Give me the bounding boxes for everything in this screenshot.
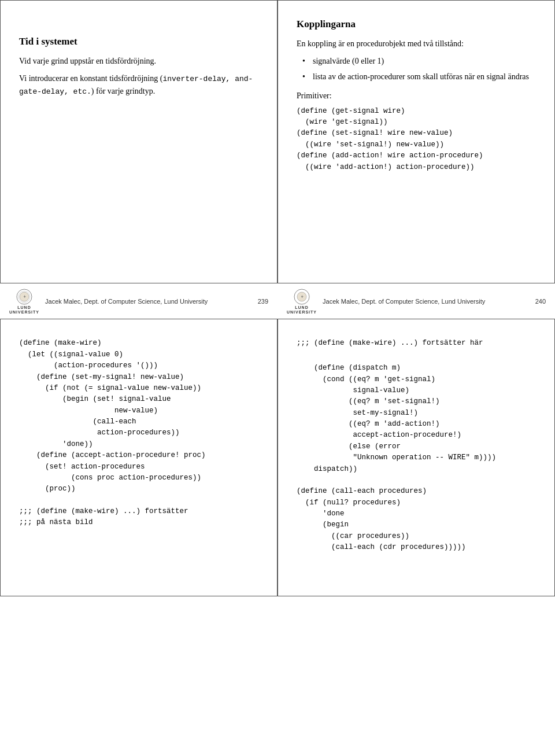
top-right-code: (define (get-signal wire) (wire 'get-sig… xyxy=(297,106,536,173)
lund-logo-right: ⚜ LUND UNIVERSITY xyxy=(287,288,317,314)
slide-bottom-left: (define (make-wire) (let ((signal-value … xyxy=(0,319,278,596)
page-number-left: 239 xyxy=(258,298,268,305)
bottom-right-code: (define (dispatch m) (cond ((eq? m 'get-… xyxy=(297,352,536,554)
slide-title-top-right: Kopplingarna xyxy=(297,17,536,32)
bullet-item-0: signalvärde (0 eller 1) xyxy=(302,55,536,67)
top-left-para-2: Vi introducerar en konstant tidsfördröjn… xyxy=(19,72,258,98)
bottom-row: (define (make-wire) (let ((signal-value … xyxy=(0,319,555,596)
slide-title-top-left: Tid i systemet xyxy=(19,34,258,49)
lund-text-right: LUND UNIVERSITY xyxy=(287,305,317,314)
lund-logo-left: ⚙ ⚜ LUND UNIVERSITY xyxy=(9,288,39,314)
top-left-para-1: Vid varje grind uppstår en tidsfördröjni… xyxy=(19,55,258,68)
top-row: Tid i systemet Vid varje grind uppstår e… xyxy=(0,0,555,283)
footer-left: ⚙ ⚜ LUND UNIVERSITY Jacek Malec, Dept. o… xyxy=(0,283,278,319)
slide-top-right: Kopplingarna En koppling är en proceduro… xyxy=(278,0,555,283)
bullet-item-1: lista av de action-procedurer som skall … xyxy=(302,71,536,83)
slide-bottom-right: ;;; (define (make-wire) ...) fortsätter … xyxy=(278,319,555,596)
top-right-intro: En koppling är en procedurobjekt med två… xyxy=(297,38,536,50)
primitives-label: Primitiver: xyxy=(297,90,536,102)
bottom-right-body: ;;; (define (make-wire) ...) fortsätter … xyxy=(297,338,536,553)
footer-info-left: Jacek Malec, Dept. of Computer Science, … xyxy=(45,298,208,305)
lund-text-left: LUND UNIVERSITY xyxy=(9,305,39,314)
footer-info-right: Jacek Malec, Dept. of Computer Science, … xyxy=(323,298,485,305)
svg-text:⚜: ⚜ xyxy=(23,295,26,298)
lund-logo-svg-left: ⚙ ⚜ xyxy=(16,288,33,305)
svg-text:⚜: ⚜ xyxy=(301,295,304,298)
bottom-right-comment: ;;; (define (make-wire) ...) fortsätter … xyxy=(297,338,536,349)
page-container: Tid i systemet Vid varje grind uppstår e… xyxy=(0,0,555,596)
bullet-list: signalvärde (0 eller 1) lista av de acti… xyxy=(302,55,536,83)
footer-right: ⚜ LUND UNIVERSITY Jacek Malec, Dept. of … xyxy=(278,283,555,319)
inline-code-1: inverter-delay, and-gate-delay, etc. xyxy=(19,75,253,96)
footer-row: ⚙ ⚜ LUND UNIVERSITY Jacek Malec, Dept. o… xyxy=(0,283,555,319)
slide-top-left: Tid i systemet Vid varje grind uppstår e… xyxy=(0,0,278,283)
top-right-body: Kopplingarna En koppling är en proceduro… xyxy=(297,17,536,173)
top-left-body: Tid i systemet Vid varje grind uppstår e… xyxy=(19,17,258,98)
bottom-left-code: (define (make-wire) (let ((signal-value … xyxy=(19,338,258,528)
bottom-left-body: (define (make-wire) (let ((signal-value … xyxy=(19,338,258,528)
lund-logo-svg-right: ⚜ xyxy=(293,288,310,305)
page-number-right: 240 xyxy=(535,298,546,305)
